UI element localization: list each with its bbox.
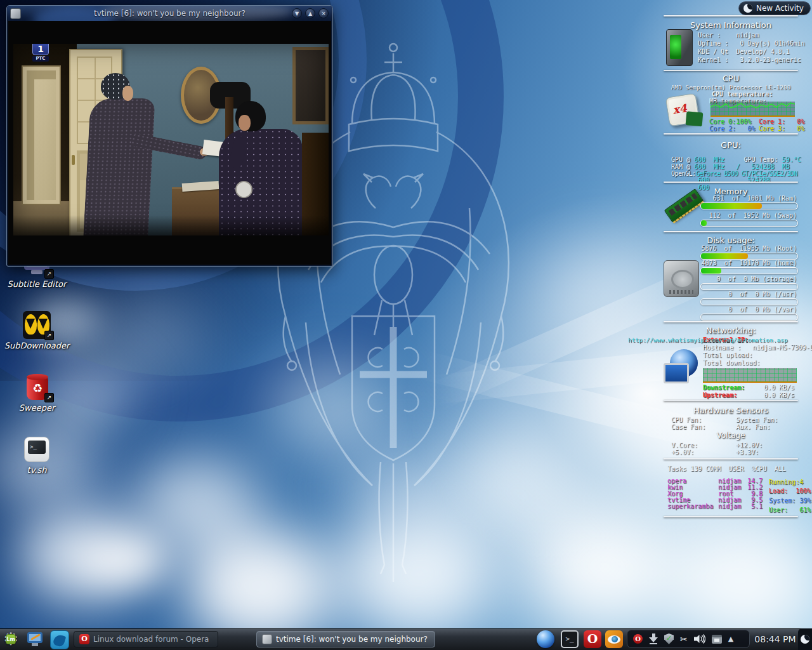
new-activity-button[interactable]: New Activity	[738, 1, 811, 15]
desktop-icon-label: SubDownloader	[1, 341, 72, 350]
download-tray-icon[interactable]	[649, 633, 658, 644]
widget-separator	[664, 516, 798, 517]
subdownloader-icon: ↗	[22, 311, 51, 339]
panel-clock[interactable]: 08:44 PM	[752, 628, 798, 650]
panel-cashew[interactable]	[798, 628, 812, 650]
klipper-scissors-icon[interactable]: ✂	[680, 635, 688, 644]
shortcut-arrow-icon: ↗	[44, 393, 54, 402]
sysinfo-kernel-line: Kernel : 3.2.0-23-generic	[698, 56, 801, 63]
task-button-opera[interactable]: O Linux download forum - Opera	[74, 631, 218, 647]
opera-icon: O	[79, 634, 89, 644]
eye-icon	[612, 636, 618, 642]
desktop-icon-subdownloader[interactable]: ↗ SubDownloader	[1, 311, 72, 350]
shell-script-icon: >_	[22, 435, 51, 463]
cpu-core1: Core 1: 0%	[759, 118, 804, 125]
upstream-value: 0.0 KB/s	[764, 392, 794, 399]
widget-separator	[664, 70, 798, 71]
cpu-core3: Core 3: 0%	[759, 125, 804, 132]
network-title: Networking:	[664, 326, 798, 335]
task-row-name: superkaramba	[667, 503, 713, 510]
blue-orb-launcher[interactable]	[537, 630, 554, 648]
wireshark-launcher[interactable]	[49, 630, 69, 649]
sensors-title: Hardware Sensors	[664, 406, 798, 415]
sysinfo-title: System Information	[664, 20, 798, 30]
recycle-icon: ♻	[30, 381, 44, 396]
widget-separator	[664, 133, 798, 135]
task-label: tvtime [6]: won't you be my neighbour?	[276, 635, 428, 644]
disk-root-text: 5876 of 11935 Mb (Root)	[698, 245, 797, 252]
tvtime-window-icon	[262, 634, 272, 644]
show-desktop-button[interactable]	[25, 630, 44, 649]
window-titlebar[interactable]: tvtime [6]: won't you be my neighbour?	[7, 6, 332, 21]
widget-separator	[664, 321, 798, 322]
memory-ram-bar	[700, 202, 798, 209]
sysinfo-user-line: User : nidjam	[698, 32, 759, 39]
memory-swap-bar	[700, 220, 798, 227]
network-download-label: Total download:	[703, 359, 760, 366]
minimize-button[interactable]: ▼	[292, 8, 302, 18]
ram-stick-icon	[665, 198, 703, 213]
tasks-user: User: 61%	[769, 507, 811, 514]
disk-root-bar	[700, 253, 798, 260]
tasks-header: Tasks 139 COMM USER %CPU ALL	[667, 465, 786, 472]
window-title: tvtime [6]: won't you be my neighbour?	[7, 6, 332, 21]
case-fan-label: Case Fan:	[671, 423, 705, 430]
task-label: Linux download forum - Opera	[93, 635, 209, 644]
desktop-icon-sweeper[interactable]: ♻ ↗ Sweeper	[1, 373, 72, 413]
disk-home-bar	[700, 267, 798, 274]
tray-expand-icon[interactable]: ▲	[728, 635, 733, 643]
shortcut-arrow-icon: ↗	[44, 331, 54, 340]
image-viewer-launcher[interactable]	[605, 630, 623, 648]
network-upload-label: Total upload:	[703, 352, 752, 359]
channel-number: 1	[32, 44, 49, 55]
gpu-line1: GPU @ 600 MHz GPU Temp: 59.°C	[671, 156, 801, 163]
tasks-load: Load: 100%	[769, 488, 811, 494]
sysinfo-uptime-line: UpTime : 0 Day(s) 01h46min	[698, 40, 805, 47]
task-row-cpu: 5.1	[741, 503, 763, 510]
volume-tray-icon[interactable]	[694, 634, 705, 644]
desktop-icon-label: Sweeper	[1, 403, 72, 413]
device-tray-icon[interactable]	[712, 635, 722, 644]
voltage-title: Voltage	[664, 431, 798, 440]
task-button-tvtime[interactable]: tvtime [6]: won't you be my neighbour?	[256, 631, 435, 647]
new-activity-label: New Activity	[756, 4, 804, 13]
v12-label: +12.0V:	[736, 442, 763, 449]
network-hostname: Hostname : nidjam-MS-7309-L	[703, 344, 812, 351]
desktop-icon-tvsh[interactable]: >_ tv.sh	[1, 435, 72, 475]
cpu-core0: Core 0:100%	[709, 118, 751, 125]
terminal-prompt-glyph: >_	[28, 441, 46, 454]
gpu-title: GPU:	[664, 140, 798, 150]
desktop: System Information User : nidjam UpTime …	[0, 0, 812, 650]
maximize-button[interactable]: ▲	[305, 8, 315, 18]
mint-logo-icon: Lm	[6, 634, 16, 644]
close-button[interactable]: ✕	[318, 8, 329, 18]
video-picture: 1 РТС	[13, 44, 329, 235]
downstream-value: 0.0 KB/s	[764, 384, 794, 391]
shortcut-arrow-icon: ↗	[44, 269, 54, 279]
opera-tray-icon[interactable]: O	[633, 634, 643, 644]
disk-storage-text: 0 of 0 Mb (storage)	[698, 275, 797, 282]
cpu-title: CPU	[664, 74, 798, 83]
konsole-launcher[interactable]: >_	[561, 630, 579, 648]
cpu-core2: Core 2: 0%	[709, 125, 755, 132]
channel-logo-rts: 1 РТС	[32, 44, 49, 62]
disk-storage-bar	[700, 283, 798, 290]
computer-tower-icon	[666, 29, 693, 66]
video-area[interactable]: 1 РТС	[8, 21, 331, 265]
v33-label: +3.3V:	[736, 449, 759, 456]
cpu-temp-label: CPU temperature:	[698, 91, 787, 98]
tasks-system: System: 39%	[769, 497, 811, 504]
upstream-label: Upstream:	[703, 392, 737, 399]
mint-menu-button[interactable]: ⚙ Lm	[1, 630, 20, 649]
tasks-running: Running:4	[769, 479, 803, 486]
channel-name: РТС	[32, 56, 49, 62]
cpu-chip-label: x4	[672, 102, 688, 116]
shield-tray-icon[interactable]: ✓	[664, 633, 674, 644]
cpu-temp-graph	[710, 102, 795, 117]
disk-title: Disk usage:	[664, 235, 798, 245]
opera-launcher[interactable]: O	[584, 630, 601, 648]
widget-separator	[664, 15, 798, 17]
plasma-cashew-icon	[801, 635, 809, 644]
network-graph	[703, 368, 797, 383]
tvtime-window[interactable]: tvtime [6]: won't you be my neighbour? ▼…	[6, 5, 333, 267]
